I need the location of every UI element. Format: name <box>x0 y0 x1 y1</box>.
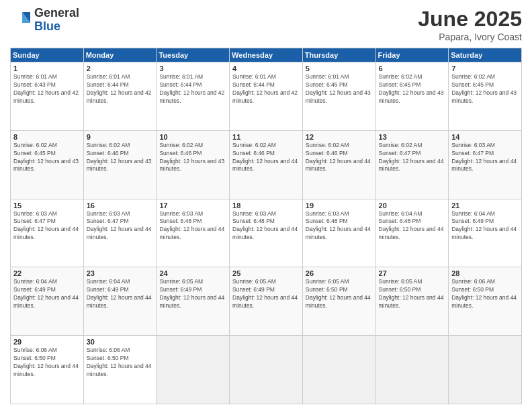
sunrise-text: Sunrise: 6:01 AM <box>232 73 300 81</box>
sunset-text: Sunset: 6:46 PM <box>232 150 300 158</box>
day-number: 30 <box>87 338 154 346</box>
day-number: 9 <box>87 133 154 141</box>
day-number: 24 <box>159 269 226 277</box>
table-row: 10 Sunrise: 6:02 AM Sunset: 6:46 PM Dayl… <box>157 130 230 199</box>
table-row: 7 Sunrise: 6:02 AM Sunset: 6:45 PM Dayli… <box>449 62 522 131</box>
sunset-text: Sunset: 6:49 PM <box>159 286 226 294</box>
daylight-text: Daylight: 12 hours and 44 minutes. <box>379 158 446 174</box>
day-info: Sunrise: 6:01 AM Sunset: 6:44 PM Dayligh… <box>159 73 226 105</box>
day-number: 13 <box>379 133 446 141</box>
table-row: 11 Sunrise: 6:02 AM Sunset: 6:46 PM Dayl… <box>230 130 303 199</box>
sunset-text: Sunset: 6:45 PM <box>451 81 519 89</box>
sunset-text: Sunset: 6:47 PM <box>13 218 81 226</box>
day-info: Sunrise: 6:01 AM Sunset: 6:45 PM Dayligh… <box>306 73 373 105</box>
table-row: 18 Sunrise: 6:03 AM Sunset: 6:48 PM Dayl… <box>230 199 303 267</box>
sunrise-text: Sunrise: 6:06 AM <box>87 347 154 355</box>
sunrise-text: Sunrise: 6:03 AM <box>87 210 154 218</box>
daylight-text: Daylight: 12 hours and 44 minutes. <box>13 226 81 242</box>
sunset-text: Sunset: 6:44 PM <box>232 81 300 89</box>
day-number: 6 <box>379 64 446 73</box>
daylight-text: Daylight: 12 hours and 44 minutes. <box>232 158 300 174</box>
daylight-text: Daylight: 12 hours and 43 minutes. <box>379 89 446 105</box>
day-info: Sunrise: 6:05 AM Sunset: 6:49 PM Dayligh… <box>232 278 300 310</box>
sunrise-text: Sunrise: 6:01 AM <box>159 73 226 81</box>
logo-text: General Blue <box>34 7 79 34</box>
day-info: Sunrise: 6:02 AM Sunset: 6:46 PM Dayligh… <box>306 142 373 174</box>
daylight-text: Daylight: 12 hours and 44 minutes. <box>306 158 373 174</box>
table-row: 23 Sunrise: 6:04 AM Sunset: 6:49 PM Dayl… <box>83 267 157 336</box>
day-info: Sunrise: 6:04 AM Sunset: 6:49 PM Dayligh… <box>13 278 81 310</box>
table-row: 17 Sunrise: 6:03 AM Sunset: 6:48 PM Dayl… <box>157 199 230 267</box>
daylight-text: Daylight: 12 hours and 42 minutes. <box>232 89 300 105</box>
table-row <box>449 336 522 404</box>
daylight-text: Daylight: 12 hours and 43 minutes. <box>87 158 154 174</box>
col-sunday: Sunday <box>11 48 84 62</box>
sunrise-text: Sunrise: 6:03 AM <box>451 142 519 150</box>
table-row: 29 Sunrise: 6:06 AM Sunset: 6:50 PM Dayl… <box>11 336 84 404</box>
day-info: Sunrise: 6:03 AM Sunset: 6:47 PM Dayligh… <box>451 142 519 174</box>
daylight-text: Daylight: 12 hours and 44 minutes. <box>451 158 519 174</box>
daylight-text: Daylight: 12 hours and 44 minutes. <box>379 226 446 242</box>
daylight-text: Daylight: 12 hours and 43 minutes. <box>306 89 373 105</box>
day-info: Sunrise: 6:02 AM Sunset: 6:46 PM Dayligh… <box>159 142 226 174</box>
sunrise-text: Sunrise: 6:01 AM <box>13 73 81 81</box>
col-friday: Friday <box>375 48 449 62</box>
calendar-week-row: 8 Sunrise: 6:02 AM Sunset: 6:45 PM Dayli… <box>11 130 522 199</box>
daylight-text: Daylight: 12 hours and 44 minutes. <box>87 226 154 242</box>
table-row: 15 Sunrise: 6:03 AM Sunset: 6:47 PM Dayl… <box>11 199 84 267</box>
daylight-text: Daylight: 12 hours and 44 minutes. <box>13 363 81 379</box>
col-thursday: Thursday <box>302 48 375 62</box>
day-number: 20 <box>379 201 446 210</box>
daylight-text: Daylight: 12 hours and 44 minutes. <box>232 226 300 242</box>
day-info: Sunrise: 6:05 AM Sunset: 6:49 PM Dayligh… <box>159 278 226 310</box>
day-number: 16 <box>87 201 154 210</box>
day-number: 23 <box>87 269 154 277</box>
calendar-week-row: 1 Sunrise: 6:01 AM Sunset: 6:43 PM Dayli… <box>11 62 522 131</box>
sunrise-text: Sunrise: 6:05 AM <box>306 278 373 286</box>
daylight-text: Daylight: 12 hours and 44 minutes. <box>451 294 519 310</box>
table-row: 3 Sunrise: 6:01 AM Sunset: 6:44 PM Dayli… <box>157 62 230 131</box>
sunrise-text: Sunrise: 6:03 AM <box>159 210 226 218</box>
day-number: 4 <box>232 64 300 73</box>
sunset-text: Sunset: 6:48 PM <box>306 218 373 226</box>
day-number: 1 <box>13 64 81 73</box>
logo-icon <box>10 9 32 31</box>
sunrise-text: Sunrise: 6:03 AM <box>232 210 300 218</box>
table-row: 24 Sunrise: 6:05 AM Sunset: 6:49 PM Dayl… <box>157 267 230 336</box>
sunrise-text: Sunrise: 6:04 AM <box>87 278 154 286</box>
day-number: 12 <box>306 133 373 141</box>
sunset-text: Sunset: 6:50 PM <box>379 286 446 294</box>
sunrise-text: Sunrise: 6:06 AM <box>13 347 81 355</box>
day-info: Sunrise: 6:05 AM Sunset: 6:50 PM Dayligh… <box>379 278 446 310</box>
sunrise-text: Sunrise: 6:05 AM <box>159 278 226 286</box>
day-number: 21 <box>451 201 519 210</box>
day-number: 27 <box>379 269 446 277</box>
daylight-text: Daylight: 12 hours and 43 minutes. <box>159 158 226 174</box>
day-number: 28 <box>451 269 519 277</box>
sunrise-text: Sunrise: 6:04 AM <box>379 210 446 218</box>
table-row: 5 Sunrise: 6:01 AM Sunset: 6:45 PM Dayli… <box>302 62 375 131</box>
table-row: 9 Sunrise: 6:02 AM Sunset: 6:46 PM Dayli… <box>83 130 157 199</box>
day-info: Sunrise: 6:04 AM Sunset: 6:48 PM Dayligh… <box>379 210 446 242</box>
sunrise-text: Sunrise: 6:01 AM <box>87 73 154 81</box>
calendar-table: Sunday Monday Tuesday Wednesday Thursday… <box>10 48 522 404</box>
daylight-text: Daylight: 12 hours and 42 minutes. <box>13 89 81 105</box>
logo-general: General <box>34 6 79 19</box>
day-number: 19 <box>306 201 373 210</box>
sunset-text: Sunset: 6:45 PM <box>306 81 373 89</box>
day-number: 7 <box>451 64 519 73</box>
table-row: 25 Sunrise: 6:05 AM Sunset: 6:49 PM Dayl… <box>230 267 303 336</box>
sunrise-text: Sunrise: 6:03 AM <box>306 210 373 218</box>
table-row: 12 Sunrise: 6:02 AM Sunset: 6:46 PM Dayl… <box>302 130 375 199</box>
day-number: 18 <box>232 201 300 210</box>
daylight-text: Daylight: 12 hours and 44 minutes. <box>306 294 373 310</box>
header-row: Sunday Monday Tuesday Wednesday Thursday… <box>11 48 522 62</box>
sunset-text: Sunset: 6:49 PM <box>13 286 81 294</box>
day-info: Sunrise: 6:06 AM Sunset: 6:50 PM Dayligh… <box>13 347 81 379</box>
col-saturday: Saturday <box>449 48 522 62</box>
table-row: 30 Sunrise: 6:06 AM Sunset: 6:50 PM Dayl… <box>83 336 157 404</box>
daylight-text: Daylight: 12 hours and 43 minutes. <box>13 158 81 174</box>
day-number: 26 <box>306 269 373 277</box>
header: General Blue June 2025 Papara, Ivory Coa… <box>10 7 522 42</box>
sunset-text: Sunset: 6:47 PM <box>87 218 154 226</box>
